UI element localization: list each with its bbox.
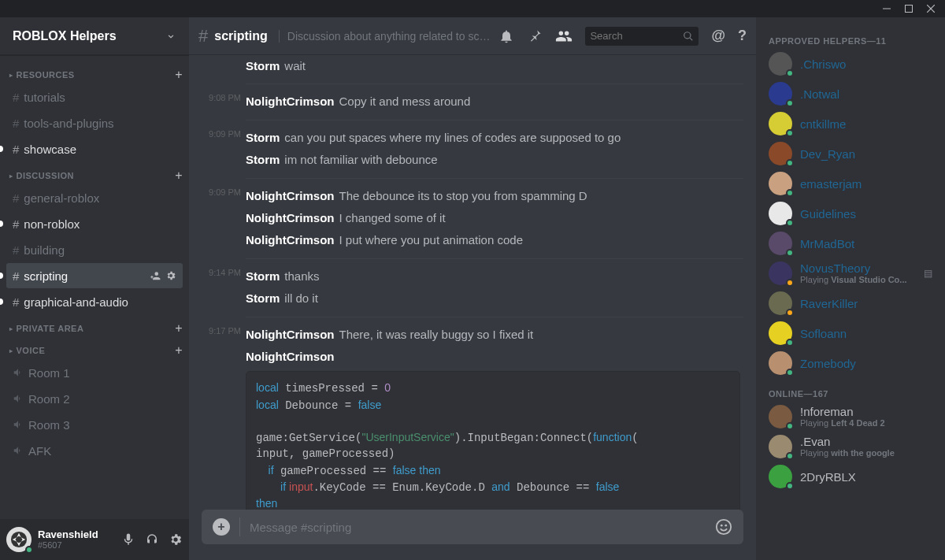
voice-channel[interactable]: Room 1 [6, 360, 183, 385]
message-timestamp: 9:08 PM [197, 93, 241, 102]
message[interactable]: Stormill do it [189, 287, 756, 310]
member-row[interactable]: cntkillme [762, 109, 939, 139]
member-row[interactable]: NovusTheoryPlaying Visual Studio Co...▤ [762, 258, 939, 288]
member-list-icon[interactable] [555, 28, 573, 45]
message-timestamp: 9:14 PM [197, 268, 241, 277]
message-author[interactable]: NolightCrimson [246, 189, 335, 202]
chat-area: # scripting Discussion about anything re… [189, 17, 756, 560]
invite-icon[interactable] [150, 270, 161, 281]
message[interactable]: 9:17 PMNolightCrimsonThere, it was reall… [189, 324, 756, 346]
message-content: can you put spaces where my lines of cod… [284, 131, 621, 144]
member-group-header: ONLINE—167 [762, 378, 939, 402]
category-header[interactable]: ▸VOICE+ [0, 337, 189, 359]
member-row[interactable]: Zomebody [762, 348, 939, 378]
mentions-icon[interactable]: @ [711, 28, 725, 44]
gear-icon[interactable] [165, 270, 176, 281]
message-content: wait [284, 59, 306, 72]
code-block[interactable]: local timesPressed = 0 local Debounce = … [246, 371, 740, 510]
message-author[interactable]: Storm [246, 153, 280, 166]
member-row[interactable]: MrMadBot [762, 228, 939, 258]
emoji-picker-button[interactable] [715, 518, 732, 536]
category-header[interactable]: ▸PRIVATE AREA+ [0, 315, 189, 337]
status-indicator [786, 219, 794, 227]
window-minimize-button[interactable] [876, 0, 898, 17]
search-box[interactable] [585, 27, 699, 46]
message-author[interactable]: NolightCrimson [246, 328, 335, 341]
message[interactable]: 9:09 PMNolightCrimsonThe debounce its to… [189, 185, 756, 207]
add-channel-icon[interactable]: + [175, 321, 183, 336]
member-row[interactable]: Dev_Ryan [762, 139, 939, 169]
server-name: ROBLOX Helpers [13, 29, 117, 43]
category-header[interactable]: ▸RESOURCES+ [0, 61, 189, 83]
message-author[interactable]: NolightCrimson [246, 350, 335, 363]
message-list[interactable]: Stormwait9:08 PMNolightCrimsonCopy it an… [189, 55, 756, 510]
channel-non-roblox[interactable]: #non-roblox [6, 211, 183, 236]
message[interactable]: 9:14 PMStormthanks [189, 265, 756, 287]
message-author[interactable]: Storm [246, 59, 280, 72]
deafen-icon[interactable] [145, 532, 159, 547]
channel-topic[interactable]: Discussion about anything related to scr… [279, 30, 493, 43]
message-input[interactable]: Message #scripting [239, 517, 706, 536]
add-channel-icon[interactable]: + [175, 343, 183, 358]
message-author[interactable]: Storm [246, 131, 280, 144]
member-list[interactable]: APPROVED HELPERS—11.Chriswo.Notwalcntkil… [756, 17, 945, 560]
message-input-box[interactable]: + Message #scripting [202, 510, 743, 544]
channel-showcase[interactable]: #showcase [6, 136, 183, 161]
message-author[interactable]: NolightCrimson [246, 95, 335, 108]
message[interactable]: 9:09 PMStormcan you put spaces where my … [189, 127, 756, 149]
hash-icon: # [198, 26, 208, 46]
channel-building[interactable]: #building [6, 237, 183, 262]
search-input[interactable] [590, 30, 669, 42]
member-row[interactable]: RaverKiller [762, 288, 939, 318]
message[interactable]: NolightCrimsonI put where you put animat… [189, 229, 756, 251]
message[interactable]: 9:08 PMNolightCrimsonCopy it and mess ar… [189, 91, 756, 113]
settings-icon[interactable] [169, 532, 183, 547]
self-avatar[interactable] [6, 527, 32, 552]
member-row[interactable]: Sofloann [762, 318, 939, 348]
svg-point-6 [721, 525, 723, 527]
member-avatar [769, 52, 792, 76]
member-row[interactable]: .Chriswo [762, 49, 939, 79]
attach-button[interactable]: + [213, 518, 230, 536]
channel-graphical-and-audio[interactable]: #graphical-and-audio [6, 289, 183, 314]
channel-label: tools-and-plugins [24, 117, 113, 130]
mute-icon[interactable] [121, 532, 135, 547]
channel-general-roblox[interactable]: #general-roblox [6, 185, 183, 210]
member-row[interactable]: 2DryRBLX [762, 462, 939, 491]
message[interactable]: NolightCrimsonlocal timesPressed = 0 loc… [189, 346, 756, 510]
member-avatar [769, 82, 792, 106]
message-author[interactable]: NolightCrimson [246, 233, 335, 247]
add-channel-icon[interactable]: + [175, 68, 183, 82]
channel-tutorials[interactable]: #tutorials [6, 84, 183, 109]
member-row[interactable]: .EvanPlaying with the google [762, 432, 939, 462]
voice-channel[interactable]: Room 2 [6, 386, 183, 411]
member-row[interactable]: .Notwal [762, 79, 939, 109]
channel-tools-and-plugins[interactable]: #tools-and-plugins [6, 110, 183, 135]
category-header[interactable]: ▸DISCUSSION+ [0, 162, 189, 184]
voice-channel[interactable]: Room 3 [6, 412, 183, 437]
message[interactable]: NolightCrimsonI changed some of it [189, 207, 756, 229]
server-header[interactable]: ROBLOX Helpers [0, 17, 189, 55]
message-author[interactable]: Storm [246, 269, 280, 283]
member-avatar [769, 351, 792, 375]
member-row[interactable]: Guidelines [762, 198, 939, 228]
channel-label: scripting [24, 269, 68, 283]
message-author[interactable]: NolightCrimson [246, 211, 335, 224]
channel-scripting[interactable]: #scripting [6, 263, 183, 288]
help-icon[interactable]: ? [738, 28, 747, 44]
pinned-icon[interactable] [527, 28, 543, 44]
message[interactable]: Stormim not familiar with debounce [189, 149, 756, 171]
window-close-button[interactable] [920, 0, 942, 17]
add-channel-icon[interactable]: + [175, 169, 183, 183]
window-maximize-button[interactable] [898, 0, 920, 17]
svg-rect-1 [906, 6, 913, 13]
member-row[interactable]: emasterjam [762, 169, 939, 198]
message-timestamp: 9:17 PM [197, 326, 241, 336]
member-row[interactable]: !nforemanPlaying Left 4 Dead 2 [762, 402, 939, 432]
notifications-icon[interactable] [498, 28, 514, 44]
channel-label: showcase [24, 143, 76, 156]
message-author[interactable]: Storm [246, 291, 280, 305]
message-content: im not familiar with debounce [284, 153, 437, 166]
message[interactable]: Stormwait [189, 55, 756, 77]
voice-channel[interactable]: AFK [6, 438, 183, 463]
